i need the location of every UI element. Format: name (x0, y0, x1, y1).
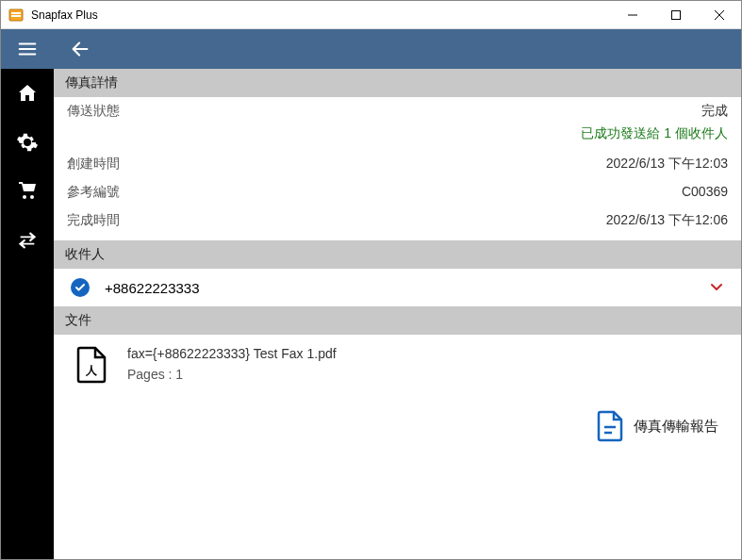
chevron-down-icon (709, 279, 724, 297)
sidebar-item-transfer[interactable] (16, 229, 39, 252)
sidebar-item-cart[interactable] (16, 180, 39, 203)
completed-label: 完成時間 (67, 212, 120, 229)
sidebar-item-settings[interactable] (16, 131, 39, 154)
report-icon (596, 410, 624, 442)
titlebar: Snapfax Plus (1, 1, 741, 29)
svg-text:人: 人 (85, 364, 98, 377)
row-reference: 參考編號 C00369 (54, 178, 741, 206)
content-panel: 傳真詳情 傳送狀態 完成 已成功發送給 1 個收件人 創建時間 2022/6/1… (54, 69, 741, 559)
created-value: 2022/6/13 下午12:03 (606, 156, 728, 173)
svg-rect-1 (11, 12, 21, 14)
report-button[interactable]: 傳真傳輸報告 (54, 395, 741, 457)
svg-rect-2 (11, 15, 21, 17)
recipient-item[interactable]: +88622223333 (54, 269, 741, 306)
status-label: 傳送狀態 (67, 103, 120, 120)
close-button[interactable] (698, 1, 741, 29)
window-title: Snapfax Plus (31, 8, 98, 22)
ref-label: 參考編號 (67, 184, 120, 201)
section-documents: 文件 (54, 306, 741, 335)
row-created: 創建時間 2022/6/13 下午12:03 (54, 150, 741, 178)
completed-value: 2022/6/13 下午12:06 (606, 212, 728, 229)
section-fax-details: 傳真詳情 (54, 69, 741, 97)
status-value: 完成 (701, 103, 728, 120)
top-toolbar (1, 29, 741, 69)
row-status: 傳送狀態 完成 (54, 97, 741, 125)
section-recipients: 收件人 (54, 240, 741, 269)
minimize-button[interactable] (611, 1, 654, 29)
recipient-number: +88622223333 (105, 280, 200, 296)
report-label: 傳真傳輸報告 (634, 418, 718, 436)
success-message: 已成功發送給 1 個收件人 (54, 125, 741, 150)
file-item: 人 fax={+88622223333} Test Fax 1.pdf Page… (54, 335, 741, 395)
ref-value: C00369 (682, 184, 728, 201)
file-name: fax={+88622223333} Test Fax 1.pdf (127, 346, 337, 361)
menu-button[interactable] (1, 29, 54, 69)
app-icon (8, 8, 24, 23)
main-area: 傳真詳情 傳送狀態 完成 已成功發送給 1 個收件人 創建時間 2022/6/1… (1, 69, 741, 559)
pdf-file-icon: 人 (74, 346, 108, 384)
back-button[interactable] (54, 29, 107, 69)
file-pages: Pages : 1 (127, 367, 337, 382)
row-completed: 完成時間 2022/6/13 下午12:06 (54, 206, 741, 235)
svg-rect-4 (672, 10, 681, 19)
maximize-button[interactable] (654, 1, 698, 29)
sidebar (1, 69, 54, 559)
check-circle-icon (71, 278, 90, 297)
sidebar-item-home[interactable] (16, 82, 39, 105)
created-label: 創建時間 (67, 156, 120, 173)
